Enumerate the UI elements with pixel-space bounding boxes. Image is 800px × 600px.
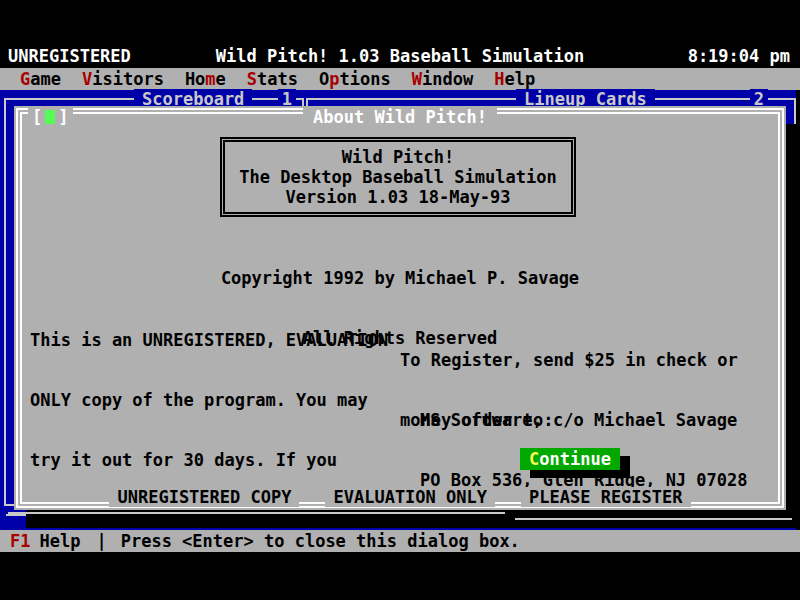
clock: 8:19:04 pm (688, 46, 790, 66)
product-tagline: The Desktop Baseball Simulation (239, 167, 556, 187)
window-border-remnant (515, 518, 792, 520)
menu-item-help[interactable]: Help (494, 68, 535, 90)
version-box: Wild Pitch! The Desktop Baseball Simulat… (220, 137, 576, 217)
evaluation-text: This is an UNREGISTERED, EVALUATION ONLY… (30, 290, 388, 600)
menu-item-game[interactable]: Game (20, 68, 61, 90)
screen: UNREGISTERED Wild Pitch! 1.03 Baseball S… (0, 0, 800, 600)
menu-item-window[interactable]: Window (412, 68, 473, 90)
app-title: Wild Pitch! 1.03 Baseball Simulation (0, 46, 800, 66)
copyright-line: Copyright 1992 by Michael P. Savage (14, 268, 786, 288)
menu-item-options[interactable]: Options (319, 68, 391, 90)
close-button[interactable]: [] (28, 107, 73, 127)
about-dialog: [] About Wild Pitch! Wild Pitch! The Des… (14, 106, 786, 510)
menu-bar: Game Visitors Home Stats Options Window … (0, 68, 800, 90)
window-border-remnant (6, 514, 26, 516)
badge-please-register: PLEASE REGISTER (521, 487, 691, 507)
continue-button[interactable]: Continue (520, 448, 620, 470)
product-version: Version 1.03 18-May-93 (285, 187, 510, 207)
badge-unregistered-copy: UNREGISTERED COPY (109, 487, 299, 507)
close-icon (45, 110, 55, 124)
menu-item-stats[interactable]: Stats (247, 68, 298, 90)
badge-evaluation-only: EVALUATION ONLY (325, 487, 495, 507)
menu-item-home[interactable]: Home (185, 68, 226, 90)
dialog-title: About Wild Pitch! (303, 107, 497, 127)
window-border-remnant (8, 512, 505, 514)
f1-key-hint[interactable]: F1 (10, 531, 30, 551)
desktop: Scoreboard 1 Lineup Cards 2 [] About Wil… (0, 90, 800, 530)
product-name: Wild Pitch! (342, 147, 455, 167)
dialog-footer-badges: UNREGISTERED COPY EVALUATION ONLY PLEASE… (14, 487, 786, 507)
menu-item-visitors[interactable]: Visitors (82, 68, 164, 90)
title-bar: UNREGISTERED Wild Pitch! 1.03 Baseball S… (0, 46, 800, 68)
screen-right-edge (796, 90, 800, 530)
